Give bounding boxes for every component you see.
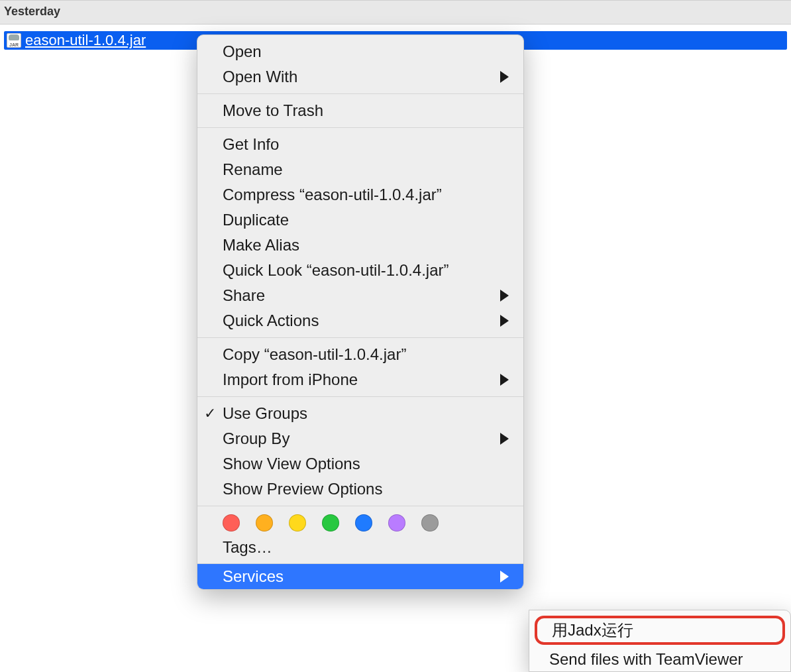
menu-open[interactable]: Open xyxy=(197,39,523,64)
services-submenu: 用Jadx运行 Send files with TeamViewer xyxy=(529,610,791,672)
section-header: Yesterday xyxy=(0,0,791,25)
tag-orange[interactable] xyxy=(256,514,273,532)
menu-use-groups[interactable]: ✓Use Groups xyxy=(197,401,523,426)
menu-services[interactable]: Services xyxy=(197,564,523,589)
menu-move-to-trash[interactable]: Move to Trash xyxy=(197,98,523,123)
menu-share[interactable]: Share xyxy=(197,283,523,308)
tag-green[interactable] xyxy=(322,514,339,532)
chevron-right-icon xyxy=(500,290,509,302)
menu-show-preview-options[interactable]: Show Preview Options xyxy=(197,476,523,502)
menu-show-view-options[interactable]: Show View Options xyxy=(197,451,523,476)
tag-gray[interactable] xyxy=(421,514,439,532)
menu-group-by[interactable]: Group By xyxy=(197,426,523,451)
chevron-right-icon xyxy=(500,71,509,83)
tag-color-row xyxy=(197,506,523,535)
submenu-jadx-run[interactable]: 用Jadx运行 xyxy=(535,616,785,645)
tag-purple[interactable] xyxy=(388,514,405,532)
chevron-right-icon xyxy=(500,571,509,583)
menu-duplicate[interactable]: Duplicate xyxy=(197,207,523,233)
tag-red[interactable] xyxy=(223,514,240,532)
menu-quick-actions[interactable]: Quick Actions xyxy=(197,308,523,333)
chevron-right-icon xyxy=(500,374,509,386)
menu-quick-look[interactable]: Quick Look “eason-util-1.0.4.jar” xyxy=(197,258,523,283)
chevron-right-icon xyxy=(500,433,509,445)
jar-file-icon: JAR xyxy=(7,33,21,48)
menu-tags[interactable]: Tags… xyxy=(197,535,523,563)
menu-copy[interactable]: Copy “eason-util-1.0.4.jar” xyxy=(197,342,523,367)
checkmark-icon: ✓ xyxy=(204,405,216,422)
tag-blue[interactable] xyxy=(355,514,372,532)
submenu-send-teamviewer[interactable]: Send files with TeamViewer xyxy=(529,647,790,671)
file-name: eason-util-1.0.4.jar xyxy=(25,32,146,49)
menu-get-info[interactable]: Get Info xyxy=(197,132,523,157)
menu-make-alias[interactable]: Make Alias xyxy=(197,233,523,258)
menu-open-with[interactable]: Open With xyxy=(197,64,523,89)
menu-compress[interactable]: Compress “eason-util-1.0.4.jar” xyxy=(197,182,523,207)
menu-import-from-iphone[interactable]: Import from iPhone xyxy=(197,367,523,392)
tag-yellow[interactable] xyxy=(289,514,306,532)
menu-rename[interactable]: Rename xyxy=(197,157,523,182)
context-menu: Open Open With Move to Trash Get Info Re… xyxy=(197,34,524,590)
chevron-right-icon xyxy=(500,315,509,327)
